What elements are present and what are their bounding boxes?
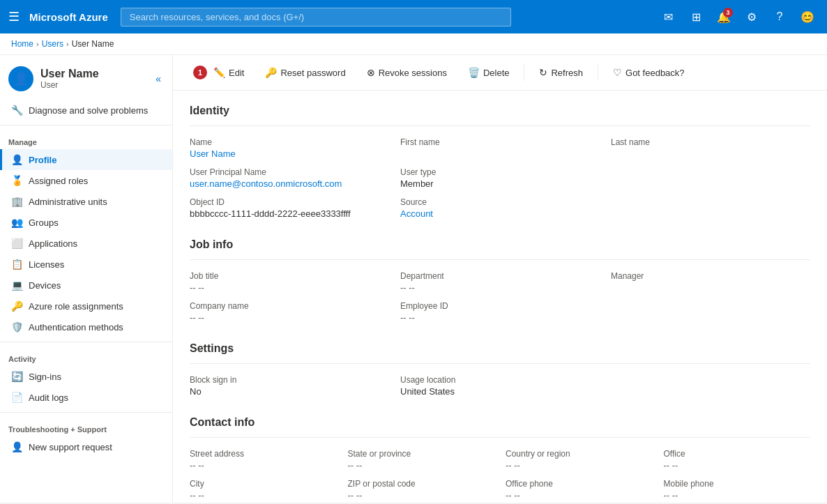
mobile-phone-label: Mobile phone [664,479,811,489]
usage-location-value: United States [400,386,600,397]
global-search-input[interactable] [121,8,511,26]
sidebar-item-new-support[interactable]: 👤 New support request [0,436,172,457]
country-value: -- -- [506,460,653,471]
groups-icon: 👥 [10,217,23,228]
sidebar-item-diagnose[interactable]: 🔧 Diagnose and solve problems [0,100,172,121]
licenses-icon: 📋 [10,259,23,270]
devices-label: Devices [29,280,61,291]
toolbar-separator [524,64,524,81]
street-value: -- -- [190,460,337,471]
portal-icon[interactable]: ⊞ [685,6,707,28]
breadcrumb-home[interactable]: Home [11,39,33,49]
job-title-label: Job title [190,271,389,281]
email-icon[interactable]: ✉ [657,6,679,28]
country-field: Country or region -- -- [506,449,653,471]
name-label: Name [190,137,389,147]
employee-id-field: Employee ID -- -- [400,301,600,323]
delete-label: Delete [483,68,510,78]
block-sign-in-label: Block sign in [190,375,389,385]
state-field: State or province -- -- [348,449,495,471]
delete-button[interactable]: 🗑️ Delete [459,62,519,83]
object-id-label: Object ID [190,197,389,207]
sidebar-user-header: 👤 User Name User « [0,55,172,100]
sidebar: 👤 User Name User « 🔧 Diagnose and solve … [0,55,173,503]
sidebar-item-admin-units[interactable]: 🏢 Administrative units [0,191,172,212]
block-sign-in-value: No [190,386,389,397]
breadcrumb-current: User Name [72,39,114,49]
usage-location-field: Usage location United States [400,375,600,397]
revoke-icon: ⊗ [367,67,375,78]
sidebar-item-profile[interactable]: 👤 Profile [0,149,172,170]
job-info-section-header: Job info [190,224,810,259]
job-info-divider [190,259,810,260]
top-navigation: ☰ Microsoft Azure ✉ ⊞ 🔔 3 ⚙ ? 😊 [0,0,827,33]
auth-methods-label: Authentication methods [29,322,123,333]
office-label: Office [664,449,811,459]
mobile-phone-field: Mobile phone -- -- [664,479,811,501]
licenses-label: Licenses [29,259,64,270]
user-type-field: User type Member [400,167,600,189]
reset-password-button[interactable]: 🔑 Reset password [256,62,354,83]
help-icon[interactable]: ? [768,6,791,28]
source-label: Source [400,197,600,207]
upn-field: User Principal Name user.name@contoso.on… [190,167,389,189]
name-field: Name User Name [190,137,389,159]
manager-label: Manager [611,271,810,281]
first-name-label: First name [400,137,600,147]
breadcrumb-sep-2: › [66,40,69,48]
refresh-button[interactable]: ↻ Refresh [530,62,592,83]
mobile-phone-value: -- -- [664,490,811,501]
user-type-label: User type [400,167,600,177]
office-phone-field: Office phone -- -- [506,479,653,501]
zip-label: ZIP or postal code [348,479,495,489]
applications-icon: ⬜ [10,238,23,249]
sidebar-item-applications[interactable]: ⬜ Applications [0,233,172,254]
admin-units-icon: 🏢 [10,196,23,207]
sidebar-item-azure-roles[interactable]: 🔑 Azure role assignments [0,296,172,316]
contact-info-divider [190,437,810,438]
azure-roles-icon: 🔑 [10,300,23,312]
profile-icon: 👤 [10,154,23,165]
sidebar-item-groups[interactable]: 👥 Groups [0,212,172,233]
diagnose-label: Diagnose and solve problems [29,105,148,116]
hamburger-menu-icon[interactable]: ☰ [8,9,20,24]
feedback-button[interactable]: ♡ Got feedback? [604,62,694,83]
name-value[interactable]: User Name [190,148,389,159]
sidebar-collapse-button[interactable]: « [153,70,164,87]
identity-section-header: Identity [190,91,810,125]
azure-roles-label: Azure role assignments [29,301,123,312]
wrench-icon: 🔧 [10,105,23,116]
breadcrumb-users[interactable]: Users [42,39,63,49]
refresh-icon: ↻ [539,67,547,78]
nav-icons: ✉ ⊞ 🔔 3 ⚙ ? 😊 [657,6,819,28]
sidebar-item-devices[interactable]: 💻 Devices [0,275,172,296]
state-value: -- -- [348,460,495,471]
department-value: -- -- [400,282,600,293]
city-field: City -- -- [190,479,337,501]
upn-value[interactable]: user.name@contoso.onmicrosoft.com [190,178,389,189]
usage-location-label: Usage location [400,375,600,385]
main-layout: 👤 User Name User « 🔧 Diagnose and solve … [0,55,827,503]
revoke-sessions-button[interactable]: ⊗ Revoke sessions [358,62,456,83]
profile-label: Profile [29,155,56,165]
edit-badge: 1 [193,66,207,79]
sidebar-user-role: User [40,80,99,90]
sidebar-item-sign-ins[interactable]: 🔄 Sign-ins [0,366,172,387]
sidebar-item-licenses[interactable]: 📋 Licenses [0,254,172,275]
settings-icon[interactable]: ⚙ [741,6,763,28]
sidebar-item-assigned-roles[interactable]: 🏅 Assigned roles [0,170,172,191]
employee-id-label: Employee ID [400,301,600,311]
delete-icon: 🗑️ [468,67,480,78]
auth-methods-icon: 🛡️ [10,321,23,333]
notifications-icon[interactable]: 🔔 3 [713,6,735,28]
toolbar-separator-2 [598,64,598,81]
sidebar-item-audit-logs[interactable]: 📄 Audit logs [0,387,172,408]
sidebar-item-auth-methods[interactable]: 🛡️ Authentication methods [0,316,172,337]
profile-content: Identity Name User Name First name Last … [173,91,827,503]
city-value: -- -- [190,490,337,501]
sidebar-section-troubleshooting: Troubleshooting + Support [0,417,172,436]
street-field: Street address -- -- [190,449,337,471]
edit-button[interactable]: 1 ✏️ Edit [184,61,253,84]
source-value[interactable]: Account [400,208,600,219]
user-profile-icon[interactable]: 😊 [796,6,819,28]
